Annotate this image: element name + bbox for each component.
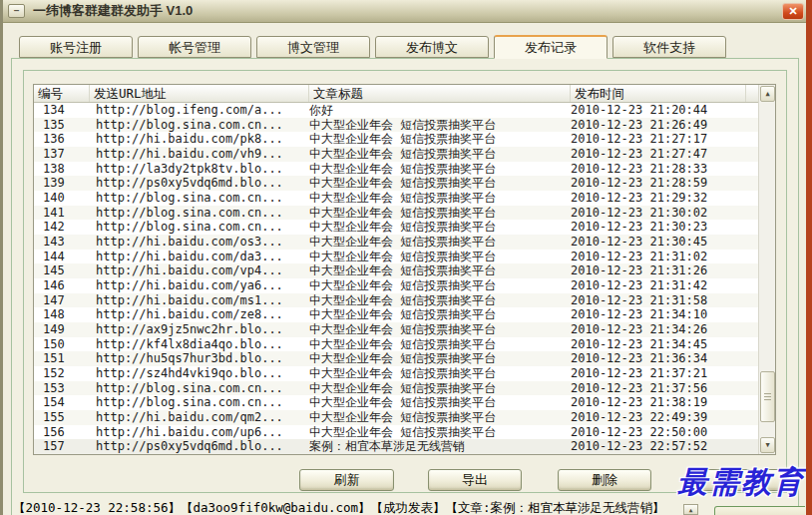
cell-title: 中大型企业年会 短信投票抽奖平台: [309, 191, 571, 206]
table-row[interactable]: 143http://hi.baidu.com/os3...中大型企业年会 短信投…: [34, 235, 758, 250]
cell-id: 138: [34, 162, 90, 177]
cell-time: 2010-12-23 21:31:58: [571, 293, 746, 308]
cell-time: 2010-12-23 22:50:00: [571, 425, 746, 440]
title-bar[interactable]: – 一纬博客群建群发助手 V1.0 ✕: [3, 0, 812, 23]
cell-id: 148: [34, 307, 90, 322]
cell-title: 案例：相宜本草涉足无线营销: [309, 439, 571, 454]
column-header[interactable]: 发布时间: [571, 85, 746, 102]
cell-id: 153: [34, 381, 90, 396]
cell-id: 144: [34, 250, 90, 264]
cell-id: 149: [34, 322, 90, 337]
column-header[interactable]: 发送URL地址: [90, 85, 309, 102]
cell-id: 142: [34, 220, 90, 235]
table-row[interactable]: 154http://blog.sina.com.cn...中大型企业年会 短信投…: [34, 395, 758, 410]
table-row[interactable]: 134http://blog.ifeng.com/a...你好2010-12-2…: [34, 103, 758, 118]
tab-1[interactable]: 账号注册: [19, 36, 133, 58]
cell-time: 2010-12-23 21:30:45: [571, 235, 746, 250]
tab-6[interactable]: 软件支持: [612, 36, 726, 58]
cell-time: 2010-12-23 21:36:34: [571, 351, 746, 366]
cell-time: 2010-12-23 22:57:52: [571, 439, 746, 454]
cell-url: http://blog.sina.com.cn...: [90, 395, 309, 410]
cell-id: 152: [34, 366, 90, 381]
table-row[interactable]: 157http://ps0xy5vdq6md.blo...案例：相宜本草涉足无线…: [34, 439, 758, 454]
table-row[interactable]: 156http://hi.baidu.com/up6...中大型企业年会 短信投…: [34, 425, 758, 440]
refresh-button[interactable]: 刷新: [299, 469, 394, 491]
scrollbar-thumb[interactable]: [760, 371, 775, 422]
scroll-up-icon[interactable]: ▲: [760, 86, 775, 102]
cell-url: http://hi.baidu.com/qm2...: [90, 410, 309, 425]
table-row[interactable]: 145http://hi.baidu.com/vp4...中大型企业年会 短信投…: [34, 263, 758, 278]
table-header: 编号发送URL地址文章标题发布时间: [34, 85, 775, 103]
cell-time: 2010-12-23 21:34:26: [571, 322, 746, 337]
table-row[interactable]: 142http://blog.sina.com.cn...中大型企业年会 短信投…: [34, 220, 758, 235]
cell-id: 146: [34, 278, 90, 293]
cell-id: 140: [34, 191, 90, 206]
cell-time: 2010-12-23 21:28:33: [571, 162, 746, 177]
table-row[interactable]: 149http://ax9jz5nwc2hr.blo...中大型企业年会 短信投…: [34, 322, 758, 337]
cell-url: http://hi.baidu.com/pk8...: [90, 132, 309, 147]
window-right-edge: [806, 0, 812, 515]
cell-id: 150: [34, 337, 90, 352]
cell-title: 中大型企业年会 短信投票抽奖平台: [309, 351, 571, 366]
tab-5[interactable]: 发布记录: [494, 35, 608, 59]
column-header[interactable]: 文章标题: [309, 85, 571, 102]
partial-bottom-button[interactable]: [714, 506, 805, 515]
table-row[interactable]: 136http://hi.baidu.com/pk8...中大型企业年会 短信投…: [34, 132, 758, 147]
cell-time: 2010-12-23 21:26:49: [571, 118, 746, 133]
table-row[interactable]: 147http://hi.baidu.com/ms1...中大型企业年会 短信投…: [34, 293, 758, 308]
tab-3[interactable]: 博文管理: [256, 36, 370, 58]
app-icon: –: [8, 4, 25, 18]
table-row[interactable]: 153http://blog.sina.com.cn...中大型企业年会 短信投…: [34, 381, 758, 396]
cell-title: 中大型企业年会 短信投票抽奖平台: [309, 220, 571, 235]
close-button[interactable]: ✕: [782, 3, 804, 20]
cell-title: 中大型企业年会 短信投票抽奖平台: [309, 162, 571, 177]
cell-url: http://hi.baidu.com/up6...: [90, 425, 309, 440]
cell-time: 2010-12-23 21:28:59: [571, 176, 746, 191]
cell-time: 2010-12-23 21:37:56: [571, 381, 746, 396]
table-row[interactable]: 140http://blog.sina.com.cn...中大型企业年会 短信投…: [34, 191, 758, 206]
cell-id: 135: [34, 118, 90, 133]
cell-title: 中大型企业年会 短信投票抽奖平台: [309, 132, 571, 147]
cell-id: 136: [34, 132, 90, 147]
column-header[interactable]: 编号: [34, 85, 90, 102]
cell-id: 157: [34, 439, 90, 454]
tab-bar: 账号注册帐号管理博文管理发布博文发布记录软件支持: [3, 35, 812, 59]
table-row[interactable]: 139http://ps0xy5vdq6md.blo...中大型企业年会 短信投…: [34, 176, 758, 191]
status-message: 【2010-12-23 22:58:56】【da3oo9fif0kw@baidu…: [13, 500, 665, 515]
cell-title: 你好: [309, 103, 571, 118]
cell-id: 141: [34, 206, 90, 221]
export-button[interactable]: 导出: [428, 469, 522, 491]
cell-title: 中大型企业年会 短信投票抽奖平台: [309, 278, 571, 293]
table-row[interactable]: 155http://hi.baidu.com/qm2...中大型企业年会 短信投…: [34, 410, 758, 425]
table-row[interactable]: 148http://hi.baidu.com/ze8...中大型企业年会 短信投…: [34, 307, 758, 322]
table-scrollbar[interactable]: ▲ ▼: [758, 85, 775, 454]
delete-button[interactable]: 删除: [558, 469, 651, 491]
cell-title: 中大型企业年会 短信投票抽奖平台: [309, 293, 571, 308]
table-row[interactable]: 138http://la3dy2tpk8tv.blo...中大型企业年会 短信投…: [34, 162, 758, 177]
scroll-down-icon[interactable]: ▼: [760, 437, 775, 453]
tab-2[interactable]: 帐号管理: [138, 36, 251, 58]
table-body: 134http://blog.ifeng.com/a...你好2010-12-2…: [34, 103, 758, 454]
table-row[interactable]: 141http://blog.sina.com.cn...中大型企业年会 短信投…: [34, 206, 758, 221]
cell-title: 中大型企业年会 短信投票抽奖平台: [309, 263, 571, 278]
table-row[interactable]: 151http://hu5qs7hur3bd.blo...中大型企业年会 短信投…: [34, 351, 758, 366]
cell-title: 中大型企业年会 短信投票抽奖平台: [309, 395, 571, 410]
cell-time: 2010-12-23 21:31:26: [571, 263, 746, 278]
cell-url: http://blog.sina.com.cn...: [90, 220, 309, 235]
cell-url: http://hi.baidu.com/ya6...: [90, 278, 309, 293]
cell-title: 中大型企业年会 短信投票抽奖平台: [309, 118, 571, 133]
table-row[interactable]: 144http://hi.baidu.com/da3...中大型企业年会 短信投…: [34, 250, 758, 264]
cell-url: http://blog.ifeng.com/a...: [90, 103, 309, 118]
cell-url: http://blog.sina.com.cn...: [90, 381, 309, 396]
cell-url: http://hi.baidu.com/da3...: [90, 250, 309, 264]
table-row[interactable]: 137http://hi.baidu.com/vh9...中大型企业年会 短信投…: [34, 147, 758, 162]
cell-time: 2010-12-23 21:29:32: [571, 191, 746, 206]
tab-4[interactable]: 发布博文: [375, 36, 489, 58]
status-scroll-up-icon[interactable]: ▲: [683, 504, 698, 515]
table-row[interactable]: 146http://hi.baidu.com/ya6...中大型企业年会 短信投…: [34, 278, 758, 293]
table-row[interactable]: 152http://sz4hd4vki9qo.blo...中大型企业年会 短信投…: [34, 366, 758, 381]
table-row[interactable]: 150http://kf4lx8dia4qo.blo...中大型企业年会 短信投…: [34, 337, 758, 352]
cell-url: http://sz4hd4vki9qo.blo...: [90, 366, 309, 381]
table-row[interactable]: 135http://blog.sina.com.cn...中大型企业年会 短信投…: [34, 118, 758, 133]
cell-id: 151: [34, 351, 90, 366]
